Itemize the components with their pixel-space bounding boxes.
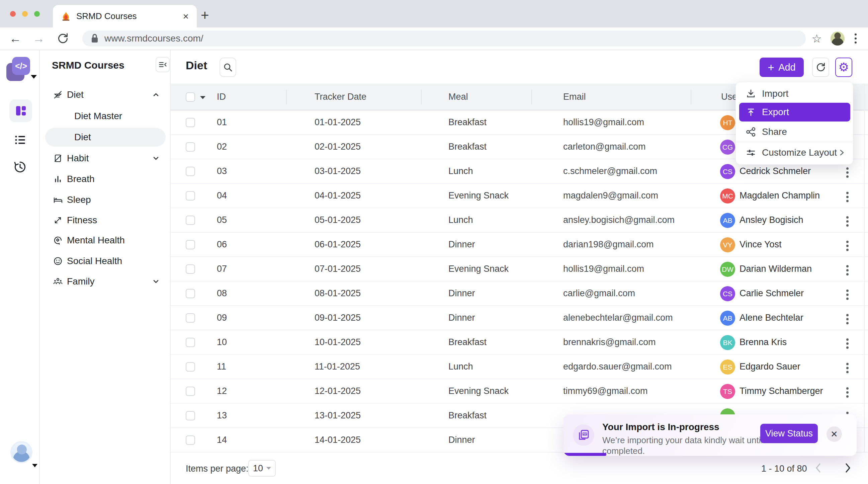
row-actions-kebab-icon[interactable] [845,166,850,179]
row-checkbox[interactable] [186,362,195,371]
cell-tracker-date: 12-01-2025 [314,379,361,403]
search-button[interactable] [219,58,236,77]
menu-item-share[interactable]: Share [736,123,854,141]
browser-profile-avatar[interactable] [831,31,844,46]
chevron-right-icon [840,460,855,475]
row-checkbox[interactable] [186,118,195,127]
row-actions-kebab-icon[interactable] [845,386,850,399]
menu-item-customize-layout[interactable]: Customize Layout [736,144,854,162]
tab-close-icon[interactable]: × [183,11,189,22]
minimize-window-button[interactable] [22,11,28,17]
view-status-button[interactable]: View Status [760,424,818,443]
next-page-button[interactable] [840,460,855,475]
add-button[interactable]: + Add [760,58,804,77]
plus-icon: + [768,62,774,73]
cell-id: 12 [217,379,227,403]
toast-title: Your Import is In-progress [602,422,719,432]
sidebar-item-label: Habit [67,153,89,164]
cell-id: 11 [217,355,226,379]
row-actions-kebab-icon[interactable] [845,239,850,252]
table-row[interactable]: 04 04-01-2025 Evening Snack magdalen9@gm… [170,184,868,208]
table-row[interactable]: 08 08-01-2025 Dinner carlie@gmail.com CS… [170,281,868,306]
sidebar-item-mental-health[interactable]: Mental Health [40,231,170,250]
refresh-button[interactable] [812,58,829,77]
cell-meal: Breakfast [448,330,487,354]
maximize-window-button[interactable] [34,11,40,17]
row-checkbox[interactable] [186,191,195,201]
table-row[interactable]: 07 07-01-2025 Evening Snack hollis19@gma… [170,257,868,281]
sidebar-item-label: Family [67,276,94,287]
table-row[interactable]: 11 11-01-2025 Lunch edgardo.sauer@gmail.… [170,355,868,379]
previous-page-button[interactable] [811,460,826,475]
row-actions-kebab-icon[interactable] [845,215,850,228]
menu-item-export[interactable]: Export [739,103,850,121]
rail-item-history[interactable] [14,161,26,173]
sidebar-item-family[interactable]: Family [40,272,170,291]
rail-item-dashboard[interactable] [9,99,32,122]
column-divider [691,90,691,104]
toast-close-button[interactable]: ✕ [827,426,842,442]
row-actions-kebab-icon[interactable] [845,190,850,204]
cell-tracker-date: 05-01-2025 [314,208,361,232]
sidebar-item-diet-sub[interactable]: Diet [40,128,170,147]
select-menu-caret-icon[interactable] [200,96,206,99]
reload-icon[interactable] [56,32,70,45]
browser-tab[interactable]: SRMD Courses × [53,5,197,27]
row-actions-kebab-icon[interactable] [845,337,850,350]
back-icon[interactable]: ← [9,32,22,44]
table-row[interactable]: 12 12-01-2025 Evening Snack timmy69@gmai… [170,379,868,404]
menu-item-label: Export [762,107,789,118]
table-row[interactable]: 09 09-01-2025 Dinner alenebechtelar@gmai… [170,306,868,330]
row-checkbox[interactable] [186,216,195,225]
row-checkbox[interactable] [186,411,195,420]
row-actions-kebab-icon[interactable] [845,264,850,277]
new-tab-button[interactable]: + [201,7,209,24]
items-per-page-select[interactable]: 10 [248,460,276,477]
cell-tracker-date: 11-01-2025 [314,355,360,379]
row-checkbox[interactable] [186,240,195,249]
row-checkbox[interactable] [186,265,195,274]
row-actions-kebab-icon[interactable] [845,288,850,301]
menu-item-import[interactable]: Import [736,85,854,103]
cell-meal: Evening Snack [448,184,508,208]
cell-id: 09 [217,306,227,330]
avatar: ES [720,360,735,374]
cell-user-name: Timmy Schamberger [740,379,823,403]
table-row[interactable]: 06 06-01-2025 Dinner darian198@gmail.com… [170,233,868,257]
url-input[interactable]: www.srmdcourses.com/ [82,30,806,47]
app-switcher-caret-icon[interactable] [31,75,37,79]
sidebar-item-habit[interactable]: Habit [40,149,170,168]
row-actions-kebab-icon[interactable] [845,362,850,374]
sidebar-item-diet-master[interactable]: Diet Master [40,107,170,125]
sidebar-collapse-button[interactable] [156,57,169,72]
row-checkbox[interactable] [186,142,195,152]
sidebar-item-diet[interactable]: Diet [40,85,170,104]
rail-item-list[interactable] [14,133,26,146]
sidebar-item-social-health[interactable]: Social Health [40,252,170,270]
close-window-button[interactable] [10,11,16,17]
table-row[interactable]: 10 10-01-2025 Breakfast brennakris@gmail… [170,330,868,355]
row-checkbox[interactable] [186,289,195,298]
row-checkbox[interactable] [186,387,195,396]
row-checkbox[interactable] [186,338,195,347]
sidebar-item-fitness[interactable]: Fitness [40,211,170,230]
table-row[interactable]: 05 05-01-2025 Lunch ansley.bogisich@gmai… [170,208,868,233]
app-logo[interactable]: </> [12,57,30,75]
sidebar-item-breath[interactable]: Breath [40,170,170,188]
row-checkbox[interactable] [186,313,195,323]
user-menu-caret-icon[interactable] [32,464,37,467]
row-checkbox[interactable] [186,167,195,176]
select-all-checkbox[interactable] [186,92,195,102]
row-checkbox[interactable] [186,435,195,445]
row-actions-kebab-icon[interactable] [845,313,850,326]
cell-id: 03 [217,159,227,183]
bookmark-star-icon[interactable]: ☆ [812,32,822,45]
settings-button[interactable]: ⚙ [835,58,852,77]
sidebar-item-sleep[interactable]: Sleep [40,190,170,209]
forward-icon[interactable]: → [33,32,45,44]
import-progress-toast: PDF Your Import is In-progress We’re imp… [563,414,857,456]
settings-dropdown-menu: Import Export Share [736,82,853,165]
user-avatar[interactable] [10,441,32,463]
import-icon [746,89,756,99]
browser-menu-icon[interactable] [855,33,857,43]
